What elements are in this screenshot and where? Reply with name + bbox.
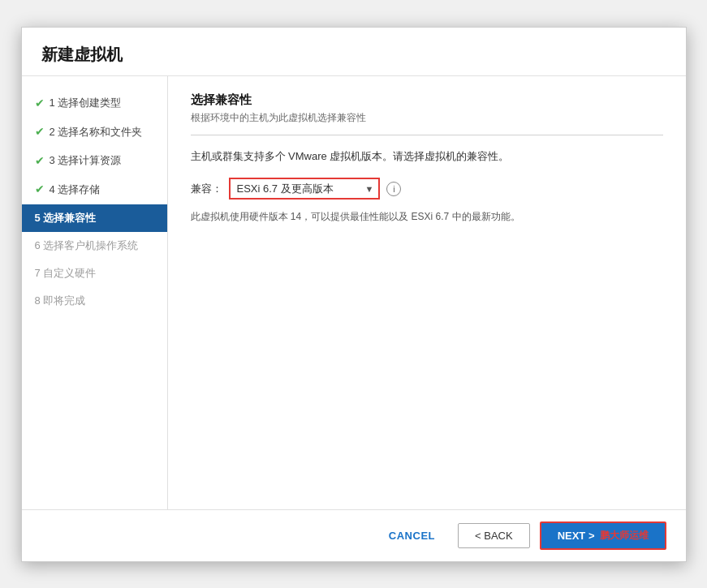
dropdown-arrow-icon: ▼ [360, 181, 379, 197]
main-content: 选择兼容性 根据环境中的主机为此虚拟机选择兼容性 主机或群集支持多个 VMwar… [168, 76, 686, 509]
sidebar-item-step5[interactable]: 5 选择兼容性 [22, 204, 167, 232]
sidebar-item-step1: ✔ 1 选择创建类型 [22, 89, 167, 118]
next-button[interactable]: NEXT > 鹏大师运维 [540, 521, 666, 550]
compat-select[interactable]: ESXi 6.7 及更高版本 ESXi 6.5 及更高版本 ESXi 6.0 及… [231, 179, 360, 198]
dialog-header: 新建虚拟机 [22, 28, 686, 76]
sidebar-item-step3: ✔ 3 选择计算资源 [22, 147, 167, 176]
sidebar-item-step8: 8 即将完成 [22, 287, 167, 315]
sidebar-item-step7: 7 自定义硬件 [22, 260, 167, 287]
dialog-title: 新建虚拟机 [41, 44, 666, 66]
sidebar-item-step2: ✔ 2 选择名称和文件夹 [22, 118, 167, 147]
dialog-footer: CANCEL < BACK NEXT > 鹏大师运维 [22, 509, 686, 561]
check-icon-step4: ✔ [35, 182, 45, 198]
section-title: 选择兼容性 [191, 92, 663, 108]
check-icon-step3: ✔ [35, 153, 45, 170]
check-icon-step1: ✔ [35, 96, 45, 112]
sidebar-item-step6: 6 选择客户机操作系统 [22, 232, 167, 260]
description-text: 主机或群集支持多个 VMware 虚拟机版本。请选择虚拟机的兼容性。 [191, 148, 663, 165]
sidebar-item-step4: ✔ 4 选择存储 [22, 175, 167, 204]
cancel-button[interactable]: CANCEL [376, 523, 448, 548]
hw-note: 此虚拟机使用硬件版本 14，可以提供最佳性能以及 ESXi 6.7 中的最新功能… [191, 209, 663, 225]
divider [191, 135, 663, 135]
watermark-text: 鹏大师运维 [600, 529, 649, 543]
sidebar: ✔ 1 选择创建类型 ✔ 2 选择名称和文件夹 ✔ 3 选择计算资源 ✔ 4 选… [22, 76, 168, 509]
compat-label: 兼容： [191, 182, 222, 196]
compat-row: 兼容： ESXi 6.7 及更高版本 ESXi 6.5 及更高版本 ESXi 6… [191, 178, 663, 200]
dialog-body: ✔ 1 选择创建类型 ✔ 2 选择名称和文件夹 ✔ 3 选择计算资源 ✔ 4 选… [22, 76, 686, 509]
info-icon[interactable]: i [386, 182, 401, 196]
compat-select-wrapper[interactable]: ESXi 6.7 及更高版本 ESXi 6.5 及更高版本 ESXi 6.0 及… [229, 178, 381, 200]
new-vm-dialog: 新建虚拟机 ✔ 1 选择创建类型 ✔ 2 选择名称和文件夹 ✔ 3 选择计算资源… [21, 27, 687, 562]
check-icon-step2: ✔ [35, 124, 45, 140]
back-button[interactable]: < BACK [458, 523, 530, 548]
section-subtitle: 根据环境中的主机为此虚拟机选择兼容性 [191, 111, 663, 125]
